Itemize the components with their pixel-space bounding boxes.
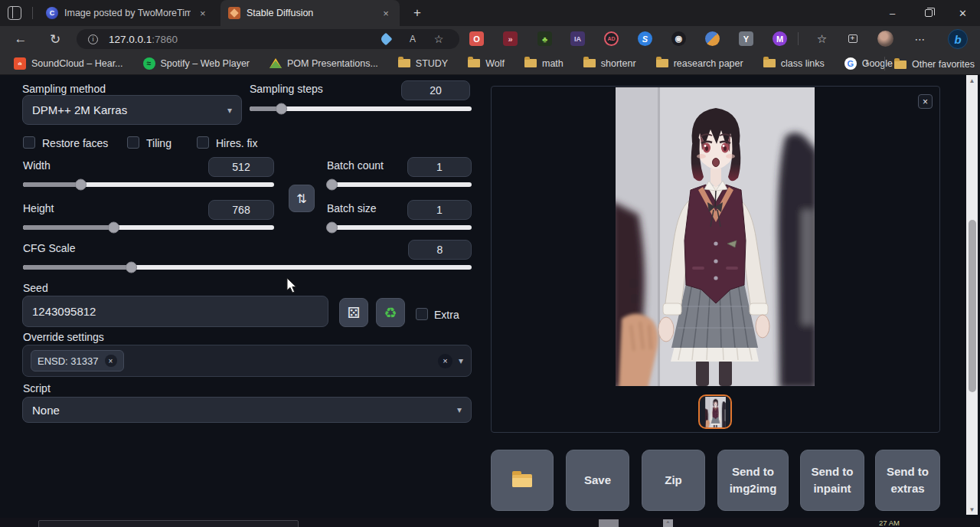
mouse-cursor (286, 277, 297, 293)
bookmark-pom-presentations[interactable]: POM Presentations... (270, 57, 378, 70)
batch-size-slider[interactable] (327, 225, 472, 230)
settings-menu-icon[interactable]: ⋯ (913, 31, 927, 46)
tab1-title: Image posted by TwoMoreTimes (64, 8, 191, 18)
bookmarks-bar: ılı SoundCloud – Hear... ≈ Spotify – Web… (0, 52, 980, 75)
bookmark-folder-reasearch-paper[interactable]: reasearch paper (656, 57, 743, 70)
new-tab-button[interactable]: + (409, 5, 426, 21)
generated-image[interactable] (616, 87, 815, 386)
taskbar-app-icon[interactable] (599, 519, 619, 527)
reuse-seed-recycle-button[interactable]: ♻ (376, 298, 405, 327)
send-to-extras-button[interactable]: Send to extras (875, 450, 940, 511)
batch-size-value[interactable]: 1 (407, 200, 472, 220)
zip-button[interactable]: Zip (642, 450, 705, 511)
open-folder-button[interactable] (491, 450, 554, 511)
ext-globe-icon[interactable] (705, 31, 720, 46)
hires-fix-checkbox[interactable] (197, 136, 209, 149)
cfg-scale-value[interactable]: 8 (408, 240, 472, 260)
bookmark-soundcloud[interactable]: ılı SoundCloud – Hear... (14, 57, 123, 70)
slider-handle[interactable] (276, 103, 287, 115)
window-close-button[interactable]: ✕ (946, 0, 980, 26)
chevron-down-icon[interactable]: ▾ (459, 355, 463, 366)
width-value[interactable]: 512 (208, 157, 274, 177)
collections-icon[interactable]: + (845, 31, 860, 46)
send-to-img2img-button[interactable]: Send to img2img (717, 450, 789, 511)
scroll-down-icon[interactable]: ▼ (966, 504, 978, 515)
tab-stable-diffusion[interactable]: Stable Diffusion × (220, 0, 400, 26)
add-favorite-star-icon[interactable]: ☆ (432, 32, 446, 46)
batch-count-slider[interactable] (327, 182, 472, 187)
slider-handle[interactable] (75, 179, 87, 191)
chip-remove-icon[interactable]: × (105, 355, 117, 367)
sampling-steps-slider[interactable] (250, 106, 472, 111)
restore-faces-checkbox[interactable] (23, 136, 35, 149)
ext-adblock-icon[interactable]: AD (604, 31, 619, 46)
tab1-close-icon[interactable]: × (197, 8, 208, 19)
read-aloud-icon[interactable]: A (406, 32, 420, 46)
refresh-icon[interactable]: ↻ (46, 30, 64, 48)
taskbar-search-box[interactable] (38, 520, 299, 527)
ext-internet-archive-icon[interactable]: IA (570, 31, 585, 46)
gallery-thumbnail[interactable] (698, 394, 732, 429)
page-scrollbar[interactable]: ▲ ▼ (966, 75, 978, 515)
google-drive-icon (270, 57, 282, 70)
ext-o-icon[interactable]: O (469, 31, 484, 46)
folder-icon (894, 58, 906, 70)
width-slider[interactable] (23, 182, 274, 187)
tag-icon[interactable] (379, 32, 393, 46)
sampling-steps-value[interactable]: 20 (401, 80, 470, 100)
bookmark-folder-math[interactable]: math (524, 57, 564, 70)
width-label: Width (23, 159, 51, 172)
ext-shazam-icon[interactable]: S (638, 31, 652, 46)
override-chip[interactable]: ENSD: 31337 × (31, 350, 124, 372)
ext-y-icon[interactable]: Y (739, 31, 753, 46)
slider-handle[interactable] (126, 262, 137, 273)
bing-chat-icon[interactable]: b (948, 29, 968, 49)
ext-video-speed-icon[interactable]: » (503, 31, 518, 46)
height-slider[interactable] (23, 225, 274, 230)
sampling-method-dropdown[interactable]: DPM++ 2M Karras ▾ (22, 95, 242, 125)
save-button[interactable]: Save (566, 450, 629, 511)
height-value[interactable]: 768 (208, 200, 274, 220)
script-dropdown[interactable]: None ▾ (22, 397, 472, 423)
seed-input[interactable]: 1243095812 (22, 296, 328, 327)
override-clear-icon[interactable]: × (438, 354, 452, 368)
bookmark-folder-study[interactable]: STUDY (398, 57, 448, 70)
ext-m-icon[interactable]: M (773, 31, 787, 46)
back-icon[interactable]: ← (11, 30, 30, 48)
screen: C Image posted by TwoMoreTimes × Stable … (0, 0, 980, 527)
gallery-close-icon[interactable]: × (918, 94, 933, 109)
bookmarks-overflow-chevron-icon[interactable]: › (865, 55, 869, 68)
random-seed-dice-button[interactable]: ⚄ (339, 298, 368, 327)
bookmark-folder-class-links[interactable]: class links (763, 57, 825, 70)
site-info-icon[interactable]: i (88, 34, 98, 44)
ext-location-pin-icon[interactable]: ◉ (671, 31, 686, 46)
restore-button[interactable] (911, 0, 946, 26)
tray-chevron-icon[interactable]: ^ (663, 519, 673, 527)
slider-handle[interactable] (108, 222, 119, 234)
slider-handle[interactable] (326, 222, 338, 234)
bookmark-folder-wolf[interactable]: Wolf (468, 57, 505, 70)
override-settings-box[interactable]: ENSD: 31337 × × ▾ (22, 345, 472, 377)
profile-avatar[interactable] (877, 31, 893, 47)
tab2-title: Stable Diffusion (247, 8, 313, 18)
slider-handle[interactable] (326, 179, 338, 191)
favorites-hub-icon[interactable]: ☆ (815, 31, 829, 46)
tab2-close-icon[interactable]: × (380, 8, 392, 19)
cfg-scale-slider[interactable] (23, 265, 472, 270)
google-icon: G (844, 57, 857, 70)
bookmark-folder-shortenr[interactable]: shortenr (583, 57, 636, 70)
tiling-checkbox[interactable] (127, 136, 139, 149)
scroll-up-icon[interactable]: ▲ (966, 75, 978, 86)
minimize-button[interactable]: – (875, 0, 910, 26)
tab-actions-menu-icon[interactable] (8, 6, 21, 20)
tab-image-posted[interactable]: C Image posted by TwoMoreTimes × (38, 0, 216, 26)
bookmark-spotify[interactable]: ≈ Spotify – Web Player (143, 57, 250, 70)
other-favorites[interactable]: Other favorites (894, 58, 975, 70)
scrollbar-thumb[interactable] (969, 220, 976, 392)
ext-green-creature-icon[interactable]: ♣ (537, 31, 552, 46)
swap-width-height-button[interactable]: ⇅ (289, 185, 315, 212)
send-to-inpaint-button[interactable]: Send to inpaint (800, 450, 864, 511)
address-bar[interactable]: i 127.0.0.1:7860 A ☆ (77, 29, 459, 49)
extra-checkbox[interactable] (416, 308, 428, 320)
batch-count-value[interactable]: 1 (407, 157, 472, 177)
